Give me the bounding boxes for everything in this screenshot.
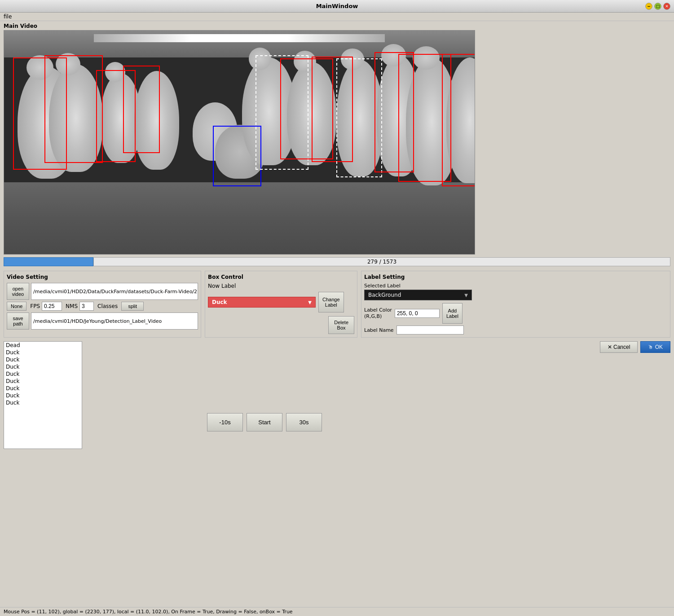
duck-8: [287, 62, 336, 165]
status-bar: Mouse Pos = (11, 102), global = (2230, 1…: [0, 607, 674, 616]
duck-head-8: [341, 48, 364, 70]
nms-label: NMS: [66, 303, 78, 309]
close-button[interactable]: ✕: [663, 3, 670, 10]
playback-controls: -10s Start 30s: [207, 341, 596, 431]
duck-head-7: [294, 51, 316, 72]
light-strip: [94, 34, 385, 42]
menu-bar: file: [0, 13, 674, 21]
duck-head-6: [249, 48, 271, 70]
list-item[interactable]: Duck: [4, 378, 82, 385]
duck-head-10: [413, 46, 440, 70]
label-color-row: Label Color (R,G,B) Add Label: [364, 303, 667, 324]
list-section: DeadDuckDuckDuckDuckDuckDuckDuckDuck: [4, 341, 91, 449]
file-menu[interactable]: file: [4, 13, 12, 20]
none-button[interactable]: None: [7, 302, 26, 311]
save-path-row: save path /media/cvmi01/HDD/JeYoung/Dete…: [7, 312, 198, 330]
video-settings-title: Video Setting: [7, 274, 198, 280]
save-path-button[interactable]: save path: [7, 312, 29, 330]
list-item[interactable]: Dead: [4, 342, 82, 349]
ok-cancel-row: ✕ Cancel 🖱 OK: [600, 341, 670, 353]
duck-label-dropdown[interactable]: Duck ▼: [208, 297, 316, 308]
label-name-input[interactable]: [396, 326, 464, 334]
selected-label-label: Selected Label: [364, 283, 667, 289]
background-value: BackGround: [368, 292, 401, 298]
label-setting-title: Label Setting: [364, 274, 667, 280]
start-button[interactable]: Start: [247, 413, 282, 431]
list-item[interactable]: Duck: [4, 385, 82, 392]
duck-12: [446, 57, 475, 183]
duck-2: [49, 64, 103, 172]
box-control-panel: Box Control Now Label Duck ▼ Change Labe…: [205, 271, 357, 338]
progress-text: 279 / 1573: [93, 257, 670, 266]
ok-cancel-section: ✕ Cancel 🖱 OK: [600, 341, 670, 355]
now-label-text: Now Label: [208, 283, 236, 289]
box-control-title: Box Control: [208, 274, 354, 280]
label-name-row: Label Name: [364, 326, 667, 334]
fps-row: None FPS NMS Classes split: [7, 302, 198, 311]
playback-section: -10s Start 30s: [95, 341, 596, 431]
classes-button[interactable]: split: [121, 302, 144, 311]
list-item[interactable]: Duck: [4, 363, 82, 370]
classes-label: Classes: [97, 303, 118, 309]
forward-30s-button[interactable]: 30s: [286, 413, 322, 431]
minimize-button[interactable]: −: [645, 3, 652, 10]
progress-bar[interactable]: [4, 257, 93, 266]
back-10s-button[interactable]: -10s: [207, 413, 243, 431]
duck-4: [134, 71, 179, 170]
duck-head-3: [105, 62, 125, 82]
delete-box-button[interactable]: Delete Box: [328, 316, 354, 334]
main-content: Main Video: [0, 21, 674, 451]
nms-input[interactable]: [79, 302, 94, 311]
bottom-panels: Video Setting open video /media/cvmi01/H…: [4, 271, 670, 338]
label-color-input[interactable]: [395, 309, 440, 318]
delete-box-row: Delete Box: [208, 316, 354, 334]
bottom-row: DeadDuckDuckDuckDuckDuckDuckDuckDuck -10…: [4, 341, 670, 449]
floor: [4, 182, 475, 254]
bg-dropdown-arrow-icon: ▼: [464, 293, 468, 298]
list-item[interactable]: Duck: [4, 356, 82, 363]
video-section-label: Main Video: [4, 23, 670, 29]
title-bar: MainWindow − □ ✕: [0, 0, 674, 13]
save-path-field: /media/cvmi01/HDD/JeYoung/Detection_Labe…: [31, 312, 198, 330]
background-dropdown[interactable]: BackGround ▼: [364, 290, 472, 300]
ok-button[interactable]: 🖱 OK: [640, 341, 670, 353]
video-container: [4, 30, 475, 255]
status-text: Mouse Pos = (11, 102), global = (2230, 1…: [4, 609, 293, 615]
video-scene: [4, 31, 475, 254]
duck-head-9: [381, 44, 406, 66]
list-item[interactable]: Duck: [4, 399, 82, 406]
list-item[interactable]: Duck: [4, 392, 82, 399]
fps-input[interactable]: [42, 302, 62, 311]
duck-head-2: [56, 53, 80, 75]
label-list[interactable]: DeadDuckDuckDuckDuckDuckDuckDuckDuck: [4, 341, 82, 449]
dropdown-arrow-icon: ▼: [308, 300, 312, 305]
video-path-field: /media/cvmi01/HDD2/Data/DuckFarm/dataset…: [31, 283, 198, 300]
open-video-button[interactable]: open video: [7, 283, 29, 300]
progress-area: 279 / 1573: [4, 256, 670, 267]
fps-label: FPS: [30, 303, 40, 309]
cancel-button[interactable]: ✕ Cancel: [600, 341, 638, 353]
label-setting-panel: Label Setting Selected Label BackGround …: [361, 271, 670, 338]
video-settings-panel: Video Setting open video /media/cvmi01/H…: [4, 271, 201, 338]
window-title: MainWindow: [316, 3, 358, 9]
now-label-row: Now Label: [208, 283, 354, 289]
maximize-button[interactable]: □: [654, 3, 661, 10]
label-color-label: Label Color (R,G,B): [364, 307, 392, 320]
title-bar-controls: − □ ✕: [645, 3, 670, 10]
label-name-label: Label Name: [364, 327, 394, 333]
duck-head-1: [26, 55, 53, 80]
list-item[interactable]: Duck: [4, 370, 82, 378]
list-item[interactable]: Duck: [4, 349, 82, 356]
selected-label-row: Selected Label BackGround ▼: [364, 283, 667, 300]
duck-label-value: Duck: [212, 299, 227, 305]
add-label-button[interactable]: Add Label: [442, 303, 463, 324]
label-control-row: Duck ▼ Change Label: [208, 292, 354, 312]
change-label-button[interactable]: Change Label: [318, 292, 344, 312]
open-video-row: open video /media/cvmi01/HDD2/Data/DuckF…: [7, 283, 198, 300]
